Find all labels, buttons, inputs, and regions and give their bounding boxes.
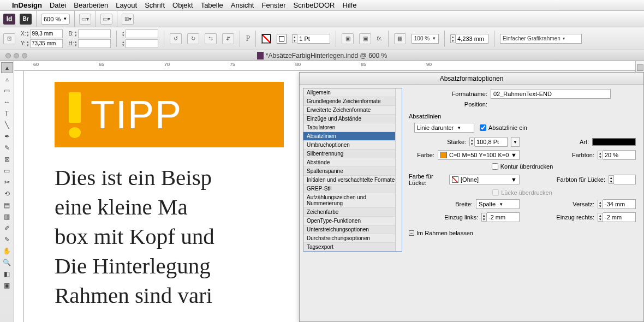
indent-right-input[interactable]: ▴▾ [598,212,636,222]
gap-tint-input[interactable]: ▴▾ [609,175,636,184]
window-zoom-icon[interactable] [22,53,27,58]
list-item[interactable]: Durchstreichungsoptionen [303,234,402,243]
eyedropper-tool[interactable]: ✎ [1,234,13,245]
list-item[interactable]: Grundlegende Zeichenformate [303,97,402,106]
keep-in-frame-toggle[interactable]: −Im Rahmen belassen [409,230,636,236]
menu-datei[interactable]: Datei [50,1,66,9]
text-wrap-icon-2[interactable]: ▣ [359,33,371,44]
list-item[interactable]: Tagsexport [303,243,402,252]
h-input[interactable] [78,39,111,48]
menu-fenster[interactable]: Fenster [261,1,285,9]
panel-icon[interactable] [637,64,643,71]
rule-type-select[interactable] [592,138,636,146]
frame-type-select[interactable]: Einfacher Grafikrahmen▾ [500,34,582,44]
list-item[interactable]: Abstände [303,158,402,167]
formatname-input[interactable] [491,89,611,99]
offset-input[interactable]: ▴▾ [598,199,636,209]
list-item[interactable]: Unterstreichungsoptionen [303,225,402,234]
list-item[interactable]: Einzüge und Abstände [303,115,402,123]
scale-y-input[interactable] [126,39,158,48]
view-options-button[interactable]: ▭▾ [79,14,91,25]
list-item[interactable]: Zeichenfarbe [303,208,402,217]
bridge-icon[interactable]: Br [20,14,32,25]
arrange-button[interactable]: ⊞▾ [122,14,134,25]
menu-schrift[interactable]: Schrift [145,1,165,9]
zoom-select[interactable]: 600 %▼ [41,14,70,25]
stroke-weight-input[interactable]: ▴▾ [292,34,330,44]
pencil-tool[interactable]: ✎ [1,142,13,153]
gradient-feather-tool[interactable]: ▥ [1,211,13,222]
list-item[interactable]: Umbruchoptionen [303,141,402,150]
page-tool[interactable]: ▭ [1,85,13,96]
scale-x-input[interactable] [126,29,158,38]
overprint-stroke-checkbox[interactable]: Kontur überdrucken [492,163,553,170]
list-item[interactable]: Aufzählungszeichen und Nummerierung [303,193,402,208]
w-input[interactable] [78,29,111,38]
fx-button[interactable]: fx. [377,35,383,41]
list-item[interactable]: Erweiterte Zeichenformate [303,106,402,115]
gap-color-select[interactable]: [Ohne]▼ [449,175,520,184]
stroke-swatch[interactable] [277,34,287,44]
list-item[interactable]: Allgemein [303,88,402,97]
window-close-icon[interactable] [5,53,11,58]
zoom-tool[interactable]: 🔍 [1,257,13,268]
opacity-input[interactable]: 100 %▼ [412,34,439,44]
rule-position-select[interactable]: Linie darunter▼ [414,123,474,133]
pen-tool[interactable]: ✒ [1,131,13,142]
color-select[interactable]: C=0 M=50 Y=100 K=0▼ [438,150,520,160]
rotate-ccw-icon[interactable]: ↺ [170,33,182,44]
offset-label: Versatz: [573,201,594,207]
menu-hilfe[interactable]: Hilfe [342,1,356,9]
text-wrap-icon[interactable]: ▣ [342,33,354,44]
list-item[interactable]: Initialen und verschachtelte Formate [303,176,402,184]
direct-selection-tool[interactable]: ▵ [1,74,13,85]
type-tool[interactable]: T [1,108,13,119]
paragraph-mode-icon[interactable]: P [246,34,250,43]
fill-swatch[interactable] [261,34,271,44]
list-item[interactable]: Tabulatoren [303,123,402,132]
menu-ansicht[interactable]: Ansicht [231,1,254,9]
app-name[interactable]: InDesign [12,1,42,9]
hand-tool[interactable]: ✋ [1,246,13,257]
rectangle-tool[interactable]: ▭ [1,165,13,176]
menu-scribedoor[interactable]: ScribeDOOR [294,1,335,9]
gap-tool[interactable]: ↔ [1,97,13,108]
flip-h-icon[interactable]: ⇋ [205,33,217,44]
width-select[interactable]: Spalte▼ [476,199,520,209]
window-minimize-icon[interactable] [14,53,19,58]
list-item[interactable]: Spaltenspanne [303,167,402,176]
menu-objekt[interactable]: Objekt [172,1,193,9]
fill-stroke-toggle[interactable]: ◧ [1,269,13,279]
menu-layout[interactable]: Layout [116,1,137,9]
x-label: X: [21,31,26,37]
rotate-cw-icon[interactable]: ↻ [187,33,199,44]
y-input[interactable] [30,39,63,48]
list-item[interactable]: Silbentrennung [303,150,402,158]
reference-point[interactable]: ⊡ [3,33,15,44]
dialog-category-list[interactable]: Allgemein Grundlegende Zeichenformate Er… [303,88,402,252]
list-item-selected[interactable]: Absatzlinien [303,132,402,141]
list-item[interactable]: GREP-Stil [303,184,402,193]
free-transform-tool[interactable]: ⟲ [1,188,13,199]
tint-input[interactable]: ▴▾ [598,150,636,160]
rectangle-frame-tool[interactable]: ⊠ [1,154,13,165]
flip-v-icon[interactable]: ⇵ [222,33,234,44]
screen-mode-button[interactable]: ▭▾ [100,14,112,25]
weight-input[interactable]: ▴▾ [469,137,508,147]
note-tool[interactable]: ✐ [1,223,13,234]
selection-tool[interactable]: ▴ [1,62,13,73]
line-tool[interactable]: ╲ [1,120,13,130]
rule-on-checkbox[interactable]: Absatzlinie ein [480,124,527,131]
list-item[interactable]: OpenType-Funktionen [303,217,402,225]
gradient-tool[interactable]: ▤ [1,200,13,211]
menu-bearbeiten[interactable]: Bearbeiten [74,1,108,9]
list-scrollbar[interactable] [395,88,402,251]
app-topbar: Id Br 600 %▼ ▭▾ ▭▾ ⊞▾ [0,11,644,27]
scissors-tool[interactable]: ✂ [1,177,13,188]
screen-mode-tool[interactable]: ▣ [1,280,13,291]
corner-radius-input[interactable]: ▴▾ [450,34,488,44]
os-menubar: InDesign Datei Bearbeiten Layout Schrift… [0,0,644,11]
menu-tabelle[interactable]: Tabelle [201,1,223,9]
x-input[interactable] [30,29,63,38]
indent-left-input[interactable]: ▴▾ [481,212,520,222]
